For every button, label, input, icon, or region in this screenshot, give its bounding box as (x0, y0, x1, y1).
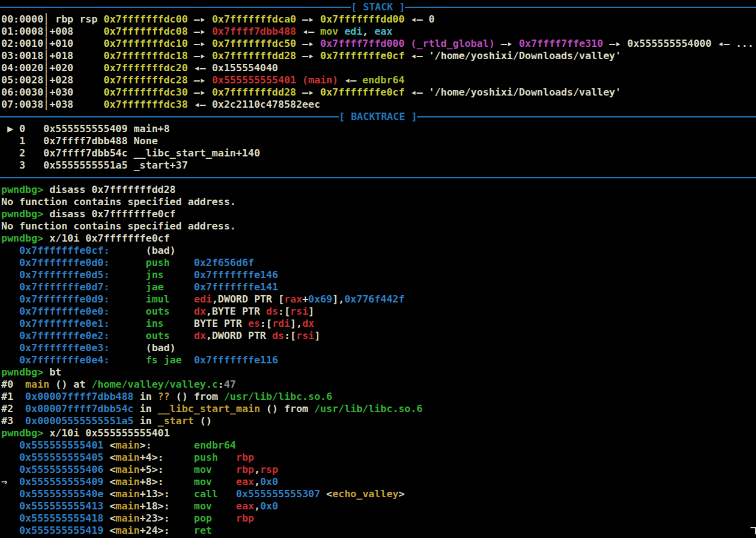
stack-row-06-seg-5: 0x7fffffffe0cf (321, 86, 405, 98)
disasm-row-main24-seg-3: main (116, 525, 140, 536)
disasm-row-e0d0-seg-1: 0x7fffffffe0d0: (19, 257, 109, 268)
disasm-row-e0d0: 0x7fffffffe0d0: push 0x2f656d6f (0, 257, 756, 269)
backtrace-section-header-bar-right (417, 116, 756, 117)
backtrace-section-header-bar-left (0, 116, 339, 117)
bt-frame-1-seg-1: 0x00007ffff7dbb488 (26, 391, 134, 402)
disasm-row-main24-seg-6 (170, 525, 194, 536)
bt-frame-3-seg-4: () (194, 415, 212, 427)
disasm-row-e0cf-seg-2: (bad) (109, 245, 176, 256)
stack-row-00-seg-0: 00:0000│ rbp rsp (1, 13, 103, 25)
cmd-disass-dd28-seg-1: disass 0x7fffffffdd28 (43, 184, 176, 195)
stack-row-00-seg-5: 0x7fffffffdd00 (321, 13, 405, 25)
backtrace-section-header: [ BACKTRACE ] (0, 111, 756, 123)
disasm-row-main13-seg-11: echo_valley (332, 488, 398, 500)
stack-row-01-seg-5: mov (321, 26, 345, 37)
disasm-row-main13-seg-10: < (321, 488, 333, 500)
disasm-row-e0e2-seg-3: outs (146, 330, 170, 341)
disasm-row-main8-current-seg-0: ⇒ (1, 476, 19, 487)
disasm-row-e0e2-seg-9: rsi (296, 330, 314, 341)
disasm-row-e0e2-seg-7: ds (272, 330, 284, 341)
cmd-disass-dd28-seg-0: pwndbg> (1, 184, 43, 195)
stack-row-02-seg-0: 02:0010│+010 (1, 38, 103, 49)
disasm-row-e0e0-seg-4 (170, 306, 194, 317)
disasm-row-e0d9: 0x7fffffffe0d9: imul edi,DWORD PTR [rax+… (0, 293, 756, 306)
disasm-row-e0d0-seg-4 (170, 257, 194, 268)
disasm-row-main0-seg-2: < (103, 439, 116, 451)
stack-row-04-seg-2: ◂— 0x155554040 (188, 62, 278, 74)
stack-row-02-seg-6: —▸ (495, 38, 519, 49)
bt-frame-1-seg-5: /usr/lib/libc.so.6 (224, 391, 332, 402)
stack-row-02-seg-4: —▸ (296, 38, 321, 49)
disasm-row-main24: 0x555555555419 <main+24>: ret (0, 525, 756, 537)
disasm-row-main18-seg-1: 0x555555555413 (19, 500, 104, 512)
disasm-row-main24-seg-4: +24 (140, 525, 158, 536)
stack-row-07-seg-2: ◂— 0x2c2110c478582eec (188, 99, 321, 110)
disasm-row-e0e2-seg-0 (1, 330, 19, 341)
disasm-row-main23-seg-0 (1, 512, 19, 524)
disasm-row-main8-current-seg-1: 0x555555555409 (19, 476, 104, 487)
disasm-row-main13-seg-3: main (116, 488, 140, 500)
disasm-row-main0-seg-6: endbr64 (194, 439, 236, 451)
disasm-row-e0e0-seg-2 (109, 306, 145, 317)
disasm-row-main23-seg-2: < (103, 512, 116, 524)
disasm-row-e0e1-seg-10: dx (302, 318, 314, 329)
stack-row-06-seg-4: —▸ (296, 86, 321, 98)
disasm-row-main13-seg-4: +13 (140, 488, 158, 500)
disasm-row-e0d5: 0x7fffffffe0d5: jns 0x7fffffffe146 (0, 269, 756, 281)
stack-row-01-seg-2: —▸ (188, 26, 212, 37)
disasm-row-e0d7-seg-2 (109, 281, 145, 293)
disasm-row-main13-seg-12: > (398, 488, 404, 500)
disasm-row-e0d0-seg-5: 0x2f656d6f (194, 257, 254, 268)
disasm-row-main8-current-seg-9: eax (236, 476, 254, 487)
disasm-row-main5-seg-0 (1, 464, 19, 475)
disasm-row-main13-seg-0 (1, 488, 19, 500)
stack-row-02-seg-7: 0x7ffff7ffe310 (519, 38, 603, 49)
disasm-row-e0d9-seg-9: 0x69 (308, 293, 333, 305)
disasm-row-main0-seg-4: >: (140, 439, 152, 451)
disasm-row-e0e1-seg-9: ], (290, 318, 302, 329)
disasm-row-e0cf-seg-1: 0x7fffffffe0cf: (19, 245, 109, 256)
bt-frame-0-seg-5: 47 (224, 379, 236, 390)
disasm-row-e0d7-seg-3: jae (146, 281, 164, 293)
disasm-row-main5-seg-10: , (254, 464, 260, 475)
disasm-row-main18: 0x555555555413 <main+18>: mov eax,0x0 (0, 500, 756, 512)
disasm-row-main8-current-seg-4: +8 (140, 476, 152, 487)
disasm-row-main4: 0x555555555405 <main+4>: push rbp (0, 452, 756, 464)
disasm-row-e0d7: 0x7fffffffe0d7: jae 0x7fffffffe141 (0, 281, 756, 293)
stack-row-01-seg-0: 01:0008│+008 (1, 26, 103, 37)
stack-row-03-seg-6: ◂— '/home/yoshixi/Downloads/valley' (404, 50, 621, 61)
disasm-row-main8-current-seg-3: main (116, 476, 140, 487)
disasm-row-main23-seg-8 (212, 512, 236, 524)
disasm-row-e0d9-seg-4 (170, 293, 194, 305)
stack-row-01-seg-3: 0x7ffff7dbb488 (212, 26, 296, 37)
disasm-row-main18-seg-6 (170, 500, 194, 512)
stack-row-06-seg-6: ◂— '/home/yoshixi/Downloads/valley' (404, 86, 621, 98)
disasm-row-main0-seg-3: main (116, 439, 140, 451)
disasm-row-main13-seg-9: 0x555555555307 (236, 488, 321, 500)
disasm-row-e0d9-seg-7: rax (284, 293, 302, 305)
output-no-function-1-seg-0: No function contains specified address. (1, 196, 236, 208)
cmd-x10i-main-seg-1: x/10i 0x555555555401 (43, 427, 170, 439)
backtrace-frame-0-seg-0: ▶ 0 0x555555555409 main+8 (1, 123, 170, 134)
stack-row-01: 01:0008│+008 0x7fffffffdc08 —▸ 0x7ffff7d… (0, 26, 756, 38)
disasm-row-e0e3-seg-1: 0x7fffffffe0e3: (19, 342, 109, 354)
disasm-row-e0d7-seg-0 (1, 281, 19, 293)
disasm-row-main18-seg-5: >: (158, 500, 170, 512)
stack-row-06-seg-1: 0x7fffffffdc30 (103, 86, 188, 98)
disasm-row-e0e0-seg-8: :[ (278, 306, 290, 317)
bt-frame-2-seg-1: 0x00007ffff7dbb54c (26, 403, 134, 414)
stack-row-01-seg-7: , (362, 26, 375, 37)
disasm-row-e0d5-seg-4 (164, 269, 193, 281)
disasm-row-main8-current-seg-7: mov (194, 476, 212, 487)
disasm-row-main18-seg-11: 0x0 (260, 500, 279, 512)
stack-row-06-seg-3: 0x7fffffffdd28 (212, 86, 296, 98)
backtrace-frame-2-seg-0: 2 0x7ffff7dbb54c __libc_start_main+140 (1, 147, 260, 159)
disasm-row-e0d0-seg-0 (1, 257, 19, 268)
disasm-row-e0e0-seg-3: outs (146, 306, 170, 317)
stack-row-05-seg-4: ◂— (338, 74, 362, 86)
cmd-x10i-main-seg-0: pwndbg> (1, 427, 43, 439)
cmd-disass-e0cf-seg-1: disass 0x7fffffffe0cf (43, 208, 176, 220)
disasm-row-e0e1-seg-0 (1, 318, 19, 329)
section-separator-bar-left (0, 177, 756, 178)
disasm-row-e0d5-seg-5: 0x7fffffffe146 (194, 269, 279, 281)
